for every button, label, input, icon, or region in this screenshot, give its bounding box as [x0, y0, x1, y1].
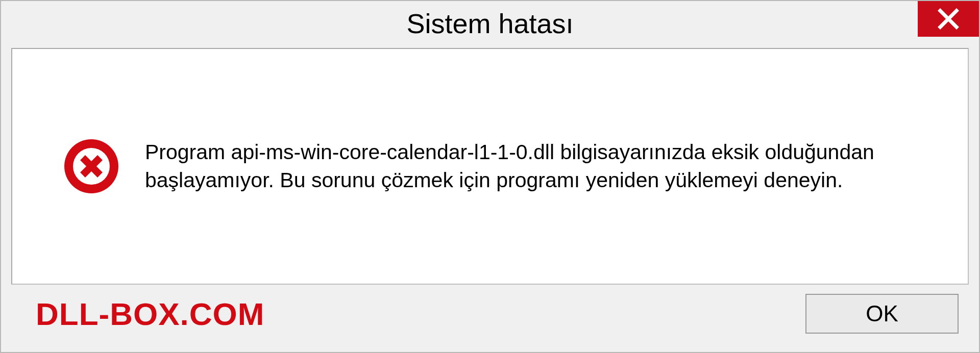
dialog-body: Program api-ms-win-core-calendar-l1-1-0.… — [11, 48, 969, 285]
error-dialog: Sistem hatası Program api-ms-win-core-ca… — [0, 0, 980, 353]
ok-button[interactable]: OK — [805, 294, 959, 334]
error-icon — [63, 138, 119, 194]
error-message: Program api-ms-win-core-calendar-l1-1-0.… — [145, 138, 927, 195]
titlebar: Sistem hatası — [1, 1, 979, 46]
close-button[interactable] — [918, 1, 979, 37]
dialog-footer: DLL-BOX.COM OK — [1, 285, 979, 352]
watermark-text: DLL-BOX.COM — [36, 296, 264, 332]
close-icon — [936, 7, 961, 31]
dialog-title: Sistem hatası — [406, 8, 573, 39]
